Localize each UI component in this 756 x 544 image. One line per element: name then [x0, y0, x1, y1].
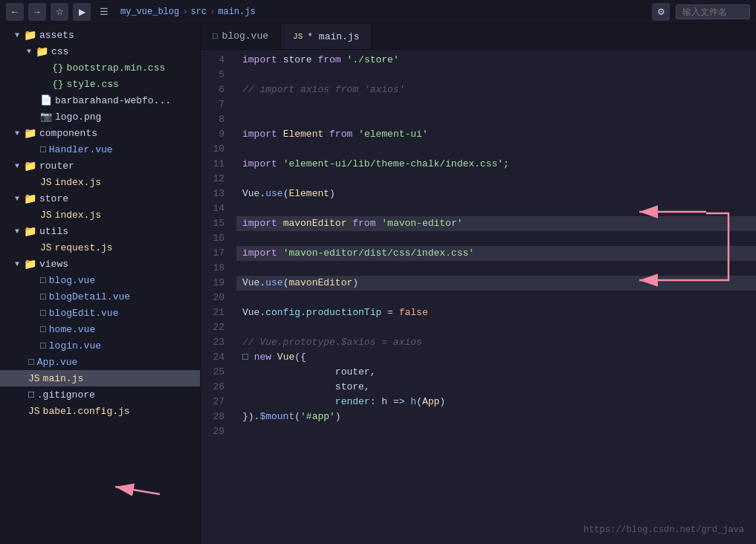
sidebar-item-handler-vue[interactable]: □ Handler.vue	[0, 141, 200, 158]
sidebar-item-blog-vue[interactable]: □ blog.vue	[0, 272, 200, 288]
folder-icon: 📁	[24, 127, 36, 140]
tab-vue-icon: □	[213, 32, 218, 41]
sidebar-item-login-vue[interactable]: □ login.vue	[0, 337, 200, 354]
sidebar-item-blogdetail-vue[interactable]: □ blogDetail.vue	[0, 288, 200, 305]
sidebar-item-label: babel.config.js	[43, 406, 130, 417]
js-file-icon: JS	[40, 177, 52, 188]
sidebar-item-css[interactable]: ▼ 📁 css	[0, 43, 200, 59]
code-line	[236, 291, 756, 305]
js-file-icon: JS	[40, 242, 52, 253]
folder-icon: 📁	[24, 258, 36, 271]
code-line: import 'element-ui/lib/theme-chalk/index…	[236, 157, 756, 172]
sidebar-item-router[interactable]: ▼ 📁 router	[0, 158, 200, 174]
editor-panel: □ blog.vue JS * main.js 4 5 6 7 8 9 10 1…	[201, 24, 756, 544]
sidebar-item-babel-config[interactable]: JS babel.config.js	[0, 403, 200, 419]
sidebar-item-main-js[interactable]: JS main.js	[0, 370, 200, 386]
code-line-19: Vue.use(mavonEditor)	[236, 276, 756, 291]
sidebar-item-label: barbarahand-webfo...	[55, 95, 171, 106]
vue-file-icon: □	[40, 308, 46, 319]
back-button[interactable]: ←	[6, 3, 24, 21]
code-line: Vue.use(Element)	[236, 187, 756, 201]
tab-js-icon: JS	[293, 32, 303, 41]
code-line	[236, 112, 756, 127]
sidebar-item-request[interactable]: JS request.js	[0, 239, 200, 256]
sidebar-item-label: store	[39, 193, 68, 204]
keyword: import	[242, 53, 277, 68]
chevron-down-icon: ▼	[15, 162, 19, 170]
vue-file-icon: □	[40, 275, 46, 286]
breadcrumb-file: main.js	[218, 7, 255, 17]
bookmark-button[interactable]: ☆	[51, 3, 68, 21]
sidebar-item-components[interactable]: ▼ 📁 components	[0, 125, 200, 141]
folder-icon: 📁	[24, 160, 36, 172]
vue-file-icon: □	[40, 324, 46, 335]
code-editor: 4 5 6 7 8 9 10 11 12 13 14 15 16 17 18 1…	[201, 50, 756, 544]
chevron-down-icon: ▼	[15, 227, 19, 236]
code-line-17: import 'mavon-editor/dist/css/index.css'	[236, 246, 756, 261]
sidebar-item-label: App.vue	[37, 357, 78, 368]
sidebar-item-assets[interactable]: ▼ 📁 assets	[0, 27, 200, 43]
titlebar-buttons: ← → ☆ ▶	[6, 3, 91, 21]
chevron-down-icon: ▼	[15, 260, 19, 268]
sidebar-item-label: components	[39, 128, 97, 139]
code-line	[236, 320, 756, 335]
sidebar-item-logo[interactable]: 📷 logo.png	[0, 109, 200, 125]
folder-icon: 📁	[24, 192, 36, 205]
sidebar-item-app-vue[interactable]: □ App.vue	[0, 354, 200, 370]
watermark: https://blog.csdn.net/grd_java	[584, 525, 744, 535]
vue-file-icon: □	[40, 144, 46, 155]
forward-button[interactable]: →	[28, 3, 46, 21]
sidebar-item-label: bootstrap.min.css	[67, 62, 166, 74]
sidebar-item-store[interactable]: ▼ 📁 store	[0, 190, 200, 207]
code-lines: import store from './store' // import ax…	[236, 53, 756, 541]
js-file-icon: JS	[40, 210, 52, 221]
chevron-down-icon: ▼	[15, 31, 19, 39]
js-file-icon: JS	[28, 406, 40, 417]
folder-icon: 📁	[36, 45, 48, 58]
sidebar-item-label: home.vue	[49, 324, 95, 335]
file-search-input[interactable]	[676, 4, 750, 19]
line-numbers: 4 5 6 7 8 9 10 11 12 13 14 15 16 17 18 1…	[201, 53, 236, 541]
css-file-icon: {}	[52, 62, 64, 74]
sidebar-item-style-css[interactable]: {} style.css	[0, 76, 200, 92]
sidebar-toggle-button[interactable]: ☰	[97, 4, 112, 19]
code-line	[236, 424, 756, 439]
chevron-down-icon: ▼	[27, 48, 31, 56]
sidebar-item-utils[interactable]: ▼ 📁 utils	[0, 223, 200, 239]
sidebar-item-label: logo.png	[55, 111, 101, 123]
sidebar-item-webfont[interactable]: 📄 barbarahand-webfo...	[0, 92, 200, 109]
sidebar-item-views[interactable]: ▼ 📁 views	[0, 256, 200, 272]
code-line	[236, 201, 756, 216]
code-line: Vue.config.productionTip = false	[236, 305, 756, 320]
sidebar-item-store-index[interactable]: JS index.js	[0, 207, 200, 223]
titlebar-right: ⚙	[652, 3, 750, 21]
sidebar-item-label: views	[39, 259, 68, 270]
sidebar-item-blogedit-vue[interactable]: □ blogEdit.vue	[0, 305, 200, 321]
file-icon: 📄	[40, 94, 52, 106]
sidebar-item-label: main.js	[43, 373, 84, 384]
sidebar-item-label: utils	[39, 226, 68, 237]
breadcrumb-root: my_vue_blog	[120, 7, 179, 17]
image-file-icon: 📷	[40, 111, 52, 123]
tab-blog-vue[interactable]: □ blog.vue	[201, 24, 281, 49]
settings-button[interactable]: ⚙	[652, 3, 670, 21]
titlebar: ← → ☆ ▶ ☰ my_vue_blog › src › main.js ⚙	[0, 0, 756, 24]
sidebar-item-home-vue[interactable]: □ home.vue	[0, 321, 200, 337]
code-line	[236, 261, 756, 276]
sidebar-item-bootstrap-css[interactable]: {} bootstrap.min.css	[0, 59, 200, 76]
chevron-down-icon: ▼	[15, 129, 19, 137]
run-button[interactable]: ▶	[73, 3, 91, 21]
vue-file-icon: □	[28, 357, 34, 368]
sidebar-item-label: style.css	[67, 79, 119, 90]
tab-main-js[interactable]: JS * main.js	[281, 24, 372, 49]
tab-label: * main.js	[307, 31, 359, 42]
vue-file-icon: □	[40, 340, 46, 352]
code-line: }).$mount('#app')	[236, 409, 756, 424]
folder-icon: 📁	[24, 29, 36, 42]
file-icon: □	[28, 389, 34, 401]
code-line-15: import mavonEditor from 'mavon-editor'	[236, 216, 756, 231]
sidebar-item-gitignore[interactable]: □ .gitignore	[0, 386, 200, 403]
breadcrumb-src: src	[190, 7, 207, 17]
sidebar-item-router-index[interactable]: JS index.js	[0, 174, 200, 190]
sidebar-item-label: css	[51, 46, 68, 57]
